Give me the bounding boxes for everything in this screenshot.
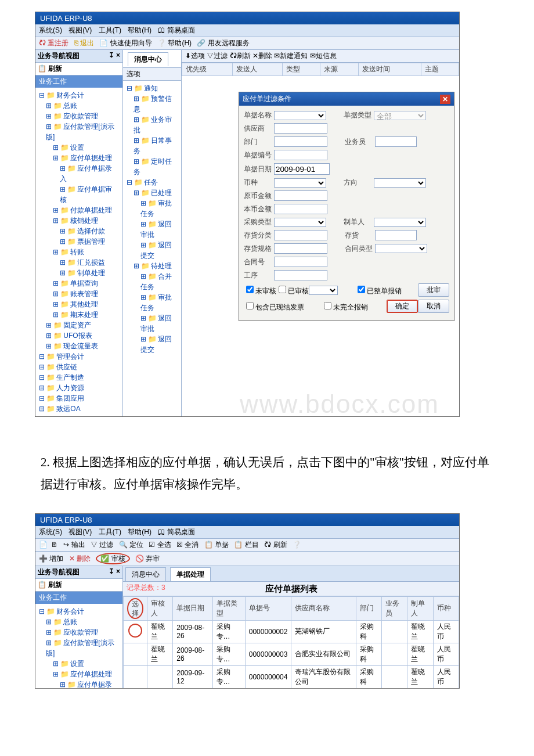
btn-rereg[interactable]: 重注册 [48,39,68,47]
tree-item[interactable]: ⊞ 📁其他处理 [39,299,119,309]
filter-dialog[interactable]: 应付单过滤条件 ✕ 单据名称单据类型全部供应商部门业务员单据编号单据日期币种方向… [239,92,454,321]
grid-header[interactable]: 部门 [356,596,382,620]
combo-r5[interactable] [374,178,426,188]
tree-item[interactable]: ⊞ 📁设置 [39,142,119,153]
tree-item[interactable]: ⊞ 📁现金流量表 [39,341,119,351]
tree-item[interactable]: ⊞ 📁汇兑损益 [39,257,119,268]
tree-item[interactable]: ⊞ 📁已处理 [127,188,178,198]
tree-item[interactable]: ⊞ 📁应收款管理 [39,627,119,638]
tree-item[interactable]: ⊟ 📁集团应用 [39,393,119,404]
grid-header[interactable]: 业务员 [382,596,407,620]
btn-help[interactable]: 帮助(H) [168,39,192,47]
tree-item[interactable]: ⊟ 📁生产制造 [39,372,119,383]
btn-add[interactable]: 增加 [49,555,63,563]
tree-item[interactable]: ⊞ 📁退回提交 [127,334,178,355]
tree-item[interactable]: ⊞ 📁应付单据录入 [39,679,119,689]
tree-item[interactable]: ⊞ 📁固定资产 [39,320,119,330]
tree-item[interactable]: ⊞ 📁应付款管理[演示版] [39,121,119,142]
tree-item[interactable]: ⊞ 📁选择付款 [39,226,119,236]
grid-header[interactable]: 币种 [433,596,459,620]
tree-item[interactable]: ⊟ 📁任务 [127,177,178,188]
nav-tree-2[interactable]: ⊟ 📁财务会计⊞ 📁总账⊞ 📁应收款管理⊞ 📁应付款管理[演示版]⊞ 📁设置⊞ … [35,604,122,689]
nav-tree[interactable]: ⊟ 📁财务会计⊞ 📁总账⊞ 📁应收款管理⊞ 📁应付款管理[演示版]⊞ 📁设置⊞ … [35,88,122,416]
tree-item[interactable]: ⊟ 📁管理会计 [39,351,119,362]
btn-batch-audit[interactable]: 批审 [418,283,449,297]
grid-header[interactable]: 单据类型 [212,596,245,620]
tree-item[interactable]: ⊞ 📁应付单据处理 [39,153,119,163]
btn-audit-highlighted[interactable]: ✅ 审核 [96,553,129,564]
msg-table[interactable]: 优先级 发送人 类型 来源 发送时间 主题 [182,63,459,76]
btn-wizard[interactable]: 快速使用向导 [110,39,152,47]
tree-item[interactable]: ⊟ 📁致远OA [39,404,119,414]
tree-item[interactable]: ⊟ 📁供应链 [39,362,119,372]
menu-system[interactable]: 系统(S) [39,26,62,34]
menu-tools[interactable]: 工具(T) [99,26,121,34]
tree-item[interactable]: ⊞ 📁定时任务 [127,156,178,177]
tab-msg[interactable]: 消息中心 [125,567,166,581]
tree-item[interactable]: ⊟ 📁财务会计 [39,606,119,617]
tree-item[interactable]: ⊞ 📁转账 [39,247,119,257]
tree-item[interactable]: ⊞ 📁预警信息 [127,93,178,114]
grid-header[interactable]: 制单人 [407,596,433,620]
input-doc-date[interactable] [274,163,330,175]
tree-item[interactable]: ⊞ 📁应付单据审核 [39,184,119,205]
tree-item[interactable]: ⊞ 📁单据查询 [39,278,119,289]
tree-item[interactable]: ⊞ 📁审批任务 [127,292,178,313]
tree-item[interactable]: ⊞ 📁票据管理 [39,236,119,247]
tree-item[interactable]: ⊞ 📁期末处理 [39,309,119,320]
tree-item[interactable]: ⊞ 📁合并任务 [127,271,178,292]
btn-delete[interactable]: 删除 [77,555,91,563]
tree-item[interactable]: ⊟ 📁财务会计 [39,90,119,100]
btn-cancel[interactable]: 取消 [418,300,449,313]
btn-exit[interactable]: 退出 [80,39,94,47]
table-row[interactable]: 翟晓兰2009-08-26采购专…0000000002芜湖钢铁厂采购科翟晓兰人民… [124,620,459,643]
tree-item[interactable]: ⊞ 📁账表管理 [39,289,119,299]
tree-item[interactable]: ⊟ 📁通知 [127,83,178,93]
dialog-title-bar[interactable]: 应付单过滤条件 ✕ [239,92,454,106]
tree-item[interactable]: ⊞ 📁制单处理 [39,268,119,278]
menu-bar-2[interactable]: 系统(S) 视图(V) 工具(T) 帮助(H) 🕮 简易桌面 [35,526,459,539]
combo-8[interactable] [274,218,326,227]
table-row[interactable]: 翟晓兰2009-08-26采购专…0000000003合肥实业有限公司采购科翟晓… [124,643,459,665]
tree-item[interactable]: ⊞ 📁应付款管理[演示版] [39,638,119,658]
combo-5[interactable] [274,178,326,188]
combo-0[interactable] [274,111,326,120]
tree-item[interactable]: ⊞ 📁设置 [39,658,119,669]
tree-item[interactable]: ⊞ 📁退回审批 [127,313,178,334]
doc-list-grid[interactable]: 选择审核人单据日期单据类型单据号供应商名称部门业务员制单人币种翟晓兰2009-0… [123,596,459,689]
title-bar[interactable]: UFIDA ERP-U8 [35,12,459,24]
menu-bar[interactable]: 系统(S) 视图(V) 工具(T) 帮助(H) 🕮 简易桌面 [35,24,459,37]
grid-header[interactable]: 单据号 [245,596,291,620]
combo-r10[interactable] [375,244,427,253]
notify-tree[interactable]: ⊟ 📁通知⊞ 📁预警信息⊞ 📁业务审批⊞ 📁日常事务⊞ 📁定时任务⊟ 📁任务⊞ … [123,81,181,357]
tree-item[interactable]: ⊟ 📁人力资源 [39,383,119,393]
close-icon[interactable]: ✕ [440,95,450,104]
grid-header[interactable]: 供应商名称 [291,596,356,620]
tab-doc-process[interactable]: 单据处理 [170,567,211,581]
tree-item[interactable]: ⊞ 📁UFO报表 [39,330,119,341]
tree-item[interactable]: ⊞ 📁退回提交 [127,240,178,261]
tree-item[interactable]: ⊞ 📁退回审批 [127,219,178,240]
grid-header[interactable]: 单据日期 [173,596,212,620]
tree-item[interactable]: ⊞ 📁核销处理 [39,215,119,226]
menu-simple-desktop[interactable]: 🕮 简易桌面 [158,26,194,34]
grid-header[interactable]: 审核人 [147,596,173,620]
tree-item[interactable]: ⊞ 📁应付单据录入 [39,163,119,184]
tree-item[interactable]: ⊞ 📁待处理 [127,261,178,271]
grid-header[interactable]: 选择 [124,596,147,620]
menu-help[interactable]: 帮助(H) [128,26,151,34]
btn-unaudit[interactable]: 弃审 [146,555,160,563]
table-row[interactable]: 2009-09-12采购专…0000000004奇瑞汽车股份有限公司采购科翟晓兰… [124,665,459,688]
tree-item[interactable]: ⊞ 📁审批任务 [127,198,178,219]
tree-item[interactable]: ⊞ 📁总账 [39,617,119,627]
tree-item[interactable]: ⊞ 📁付款单据处理 [39,205,119,215]
tree-item[interactable]: ⊞ 📁总账 [39,100,119,111]
tabs-2[interactable]: 消息中心 单据处理 [123,566,459,582]
tree-item[interactable]: ⊞ 📁应收款管理 [39,111,119,121]
menu-view[interactable]: 视图(V) [68,26,92,34]
tree-item[interactable]: ⊞ 📁日常事务 [127,135,178,156]
tree-item[interactable]: ⊞ 📁业务审批 [127,114,178,135]
btn-ok[interactable]: 确定 [387,300,418,313]
tab-msg-center[interactable]: 消息中心 [128,52,168,66]
btn-nav-refresh[interactable]: 刷新 [48,64,62,73]
